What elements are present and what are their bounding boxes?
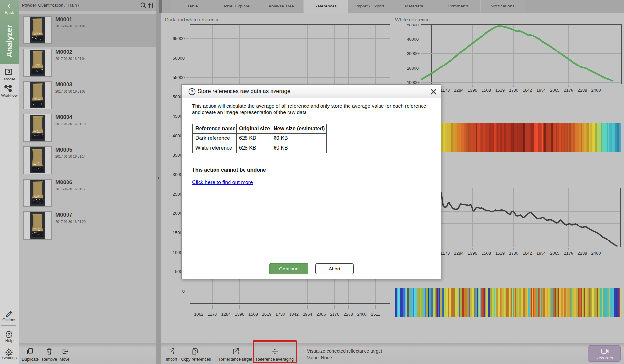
svg-text:1730: 1730 [509,88,518,93]
svg-text:1173: 1173 [208,312,217,317]
svg-text:?: ? [191,89,193,94]
svg-text:2065: 2065 [316,312,326,317]
svg-text:1508: 1508 [482,251,491,255]
svg-text:60000: 60000 [173,56,185,61]
svg-text:2176: 2176 [564,88,573,93]
svg-text:2288: 2288 [577,251,587,255]
svg-text:2288: 2288 [577,88,587,93]
svg-text:2176: 2176 [564,251,573,255]
svg-text:1396: 1396 [468,88,477,93]
svg-text:2511: 2511 [371,312,380,317]
svg-text:Analyzer: Analyzer [5,25,14,57]
svg-text:1954: 1954 [536,88,546,93]
svg-text:2400: 2400 [591,251,601,255]
svg-text:1954: 1954 [303,312,312,317]
svg-text:1842: 1842 [523,88,532,93]
svg-text:1842: 1842 [523,251,532,255]
svg-text:40000: 40000 [407,37,419,42]
svg-text:1619: 1619 [495,251,505,255]
svg-text:1062: 1062 [194,312,203,317]
svg-text:1619: 1619 [262,312,272,317]
svg-text:1508: 1508 [248,312,258,317]
svg-text:?: ? [8,332,10,337]
svg-text:65000: 65000 [173,36,185,41]
svg-text:Dark and white reference: Dark and white reference [165,17,220,22]
svg-text:1842: 1842 [289,312,299,317]
svg-text:1730: 1730 [509,251,518,255]
svg-text:1396: 1396 [468,251,477,255]
svg-text:1954: 1954 [536,251,546,255]
svg-text:1173: 1173 [440,251,450,255]
svg-text:1730: 1730 [275,312,285,317]
svg-text:20000: 20000 [407,66,419,71]
svg-text:2065: 2065 [550,88,559,93]
svg-text:1619: 1619 [495,88,505,93]
svg-text:30000: 30000 [407,51,419,56]
svg-text:2400: 2400 [357,312,367,317]
svg-text:1284: 1284 [454,88,464,93]
svg-text:0: 0 [182,289,185,294]
svg-text:1284: 1284 [221,312,231,317]
svg-text:2400: 2400 [591,88,601,93]
svg-text:1396: 1396 [235,312,244,317]
svg-text:1284: 1284 [454,251,464,255]
svg-text:2065: 2065 [550,251,559,255]
svg-text:White reference: White reference [395,17,430,22]
svg-text:1508: 1508 [482,88,491,93]
svg-text:2288: 2288 [344,312,353,317]
svg-text:1173: 1173 [440,88,450,93]
svg-text:55000: 55000 [173,75,185,80]
svg-text:2176: 2176 [330,312,339,317]
